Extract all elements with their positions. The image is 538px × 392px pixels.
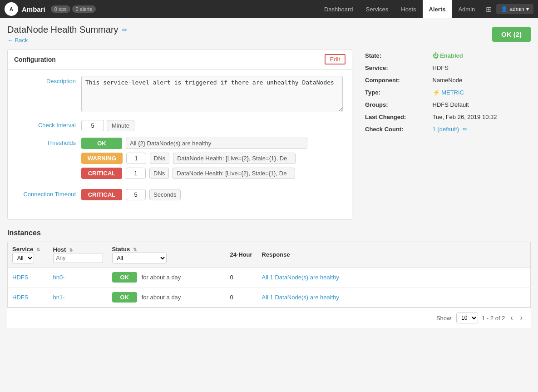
row-response: All 1 DataNode(s) are healthy [257, 288, 531, 308]
check-count-row: Check Count: 1 (default) ✏ [362, 124, 530, 135]
nav-dashboard[interactable]: Dashboard [318, 0, 360, 18]
row-service[interactable]: HDFS [8, 268, 49, 288]
row-24hr: 0 [226, 288, 257, 308]
check-interval-row: Check Interval Minute [17, 120, 343, 131]
page-title: DataNode Health Summary ✏ [7, 25, 128, 35]
row-service[interactable]: HDFS [8, 288, 49, 308]
host-filter-input[interactable] [53, 253, 103, 263]
page-content: DataNode Health Summary ✏ ← Back OK (2) … [0, 18, 538, 334]
type-value-text: ⚡ METRIC [433, 89, 464, 96]
check-count-edit-icon[interactable]: ✏ [463, 126, 468, 133]
ok-threshold-text[interactable] [126, 138, 307, 149]
nav-services[interactable]: Services [360, 0, 395, 18]
connection-timeout-label: Connection Timeout [17, 189, 76, 198]
ok-status-button[interactable]: OK (2) [492, 27, 531, 42]
next-page-button[interactable]: › [518, 314, 524, 322]
warning-threshold-unit: DNs [150, 153, 169, 164]
col-header-host: Host ⇅ [49, 242, 108, 268]
row-status: OK for about a day [108, 288, 226, 308]
connection-timeout-value: CRITICAL Seconds [81, 189, 343, 204]
service-row: Service: HDFS [362, 62, 530, 74]
user-label: admin [509, 6, 524, 12]
back-link[interactable]: ← Back [7, 37, 128, 44]
col-header-24hr: 24-Hour [226, 242, 257, 268]
check-interval-label: Check Interval [17, 120, 76, 129]
instances-title: Instances [7, 229, 531, 237]
prev-page-button[interactable]: ‹ [508, 314, 514, 322]
nav-alerts[interactable]: Alerts [423, 0, 452, 18]
check-interval-value: Minute [81, 120, 343, 131]
connection-timeout-input[interactable] [126, 189, 146, 200]
row-24hr: 0 [226, 268, 257, 288]
status-duration: for about a day [142, 294, 181, 301]
interval-unit: Minute [107, 120, 134, 131]
check-interval-input[interactable] [81, 120, 104, 131]
instances-thead: Service ⇅ All Host ⇅ Status [8, 242, 531, 268]
groups-value[interactable]: HDFS Default [430, 99, 530, 110]
last-changed-value: Tue, Feb 26, 2019 10:32 [430, 111, 530, 123]
host-sort-icon[interactable]: ⇅ [69, 248, 73, 253]
thresholds-label: Thresholds [17, 138, 76, 146]
row-host[interactable]: hn1- [49, 288, 108, 308]
warning-threshold-input[interactable] [126, 153, 146, 164]
grid-icon[interactable]: ⊞ [481, 5, 496, 14]
connection-critical-badge: CRITICAL [81, 189, 122, 200]
description-value: document.querySelector('[data-name="desc… [81, 76, 343, 114]
details-table: State: ⏻ Enabled Service: HDFS Component… [361, 49, 531, 136]
critical-threshold-unit: DNs [149, 168, 169, 179]
row-response: All 1 DataNode(s) are healthy [257, 268, 531, 288]
config-title: Configuration [14, 56, 56, 63]
title-edit-icon[interactable]: ✏ [122, 26, 128, 34]
check-count-key: Check Count: [362, 124, 429, 135]
user-icon: 👤 [501, 6, 508, 12]
row-host[interactable]: hn0- [49, 268, 108, 288]
last-changed-key: Last Changed: [362, 111, 429, 123]
service-key: Service: [362, 62, 429, 74]
table-row: HDFS hn1- OK for about a day 0 All 1 Dat… [8, 288, 531, 308]
warning-threshold-badge: WARNING [81, 153, 123, 164]
status-duration: for about a day [142, 274, 181, 281]
description-row: Description document.querySelector('[dat… [17, 76, 343, 114]
show-select[interactable]: 10 25 50 [456, 313, 478, 323]
ops-badge[interactable]: 0 ops [51, 5, 70, 13]
config-header: Configuration Edit [8, 50, 352, 69]
enabled-icon: ⏻ [433, 52, 440, 59]
critical-threshold-text[interactable] [173, 168, 295, 179]
connection-timeout-threshold-row: CRITICAL Seconds [81, 189, 343, 200]
critical-threshold-input[interactable] [126, 168, 146, 179]
row-status: OK for about a day [108, 268, 226, 288]
description-textarea[interactable] [81, 76, 343, 112]
alerts-badge[interactable]: 0 alerts [72, 5, 96, 13]
user-dropdown-icon: ▾ [526, 6, 529, 12]
col-header-status: Status ⇅ All [108, 242, 226, 268]
nav-hosts[interactable]: Hosts [395, 0, 422, 18]
groups-row: Groups: HDFS Default [362, 99, 530, 110]
brand[interactable]: A Ambari [5, 2, 45, 16]
thresholds-row: Thresholds OK WARNING DNs [17, 138, 343, 183]
service-filter-select[interactable]: All [12, 253, 34, 263]
edit-button[interactable]: Edit [325, 54, 346, 65]
threshold-warning-row: WARNING DNs [81, 153, 343, 164]
thresholds-value: OK WARNING DNs CRITICAL [81, 138, 343, 183]
status-sort-icon[interactable]: ⇅ [133, 247, 137, 252]
pagination-bar: Show: 10 25 50 1 - 2 of 2 ‹ › [7, 308, 531, 328]
page-title-area: DataNode Health Summary ✏ ← Back [7, 25, 128, 44]
config-body: Description document.querySelector('[dat… [8, 69, 352, 219]
check-count-value: 1 (default) ✏ [430, 124, 530, 135]
instances-section: Instances Service ⇅ All Host ⇅ [7, 229, 531, 328]
page-title-text: DataNode Health Summary [7, 25, 118, 35]
service-value: HDFS [430, 62, 530, 74]
threshold-critical-row: CRITICAL DNs [81, 168, 343, 179]
page-header: DataNode Health Summary ✏ ← Back OK (2) [7, 25, 531, 44]
instances-tbody: HDFS hn0- OK for about a day 0 All 1 Dat… [8, 268, 531, 308]
nav-admin[interactable]: Admin [452, 0, 481, 18]
type-row: Type: ⚡ METRIC [362, 87, 530, 98]
connection-timeout-row: Connection Timeout CRITICAL Seconds [17, 189, 343, 204]
user-menu[interactable]: 👤 admin ▾ [496, 4, 533, 14]
state-enabled: ⏻ Enabled [433, 52, 463, 59]
warning-threshold-text[interactable] [173, 153, 296, 164]
main-layout: Configuration Edit Description document.… [7, 49, 531, 220]
service-sort-icon[interactable]: ⇅ [36, 247, 40, 252]
state-key: State: [362, 50, 429, 61]
status-filter-select[interactable]: All [112, 253, 167, 263]
